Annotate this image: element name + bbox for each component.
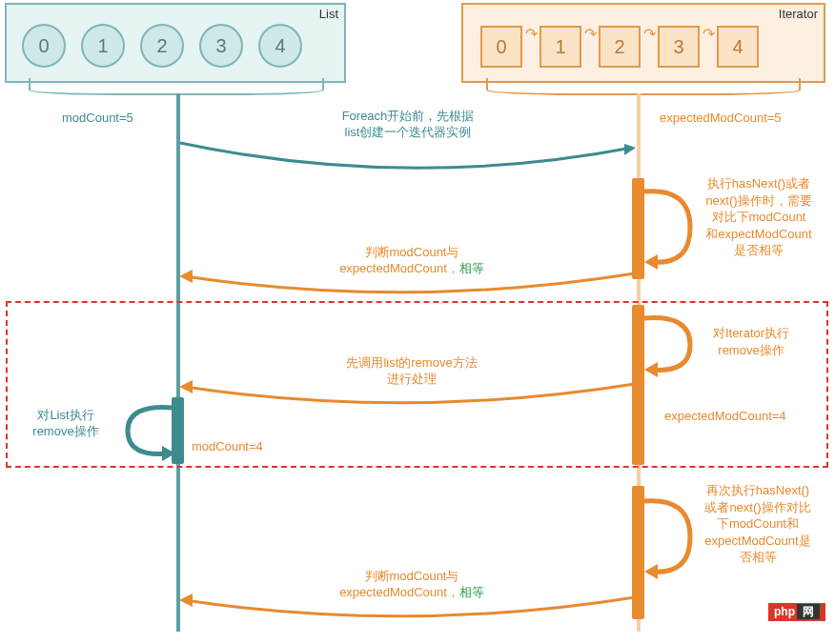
iter-item: 4 [717,26,759,68]
arrow-icon: ↷ [641,25,658,43]
list-item: 2 [140,24,184,68]
judge-2-line1: 判断modCount与 [365,569,459,583]
activation-iter-1 [632,178,644,279]
list-title: List [319,7,338,21]
arrow-icon: ↷ [700,25,717,43]
list-item: 1 [81,24,125,68]
iterator-box: Iterator 0 ↷ 1 ↷ 2 ↷ 3 ↷ 4 [461,3,825,83]
note-hasnext-2: 再次执行hasNext() 或者next()操作对比 下modCount和 ex… [690,482,825,566]
list-numbers: 0 1 2 3 4 [7,5,344,87]
php-badge: php网 [768,603,825,621]
selfloop-iter-remove [644,312,692,382]
php-text: php [774,605,795,618]
modcount-4-label: modCount=4 [192,438,263,455]
note-list-remove: 对List执行 remove操作 [13,408,118,440]
note-iter-remove: 对Iterator执行 remove操作 [694,325,808,358]
list-item: 3 [199,24,243,68]
foreach-msg: Foreach开始前，先根据 list创建一个迭代器实例 [289,109,527,141]
iter-item: 0 [480,26,522,68]
iter-item: 3 [658,26,700,68]
iterator-numbers: 0 ↷ 1 ↷ 2 ↷ 3 ↷ 4 [463,5,824,89]
arrow-foreach [178,143,636,184]
list-box: List 0 1 2 3 4 [5,3,346,83]
selfloop-hasnext-1 [644,186,692,274]
iter-item: 2 [599,26,641,68]
judge-1-line1: 判断modCount与 [365,245,459,259]
iterator-brace [486,78,801,95]
note-hasnext-1: 执行hasNext()或者 next()操作时，需要 对比下modCount 和… [692,175,825,259]
expectedmodcount-5-label: expectedModCount=5 [660,111,782,127]
judge-1: 判断modCount与 expectedModCount，相等 [307,245,517,277]
list-item: 4 [258,24,302,68]
list-item: 0 [22,24,66,68]
iterator-title: Iterator [779,7,818,21]
arrow-icon: ↷ [581,25,599,43]
call-list-remove: 先调用list的remove方法 进行处理 [307,355,517,388]
php-suffix: 网 [797,604,820,619]
iter-item: 1 [540,26,581,68]
arrow-judge-2 [179,597,637,629]
selfloop-list-remove [124,402,175,466]
selfloop-hasnext-2 [644,495,692,584]
call-remove-line1: 先调用list的remove方法 [346,355,477,370]
arrow-icon: ↷ [522,25,540,43]
judge-2: 判断modCount与 expectedModCount，相等 [307,569,517,601]
modcount-5-label: modCount=5 [62,111,133,127]
arrow-call-remove [179,384,637,415]
expectedmodcount-4-label: expectedModCount=4 [664,408,786,425]
